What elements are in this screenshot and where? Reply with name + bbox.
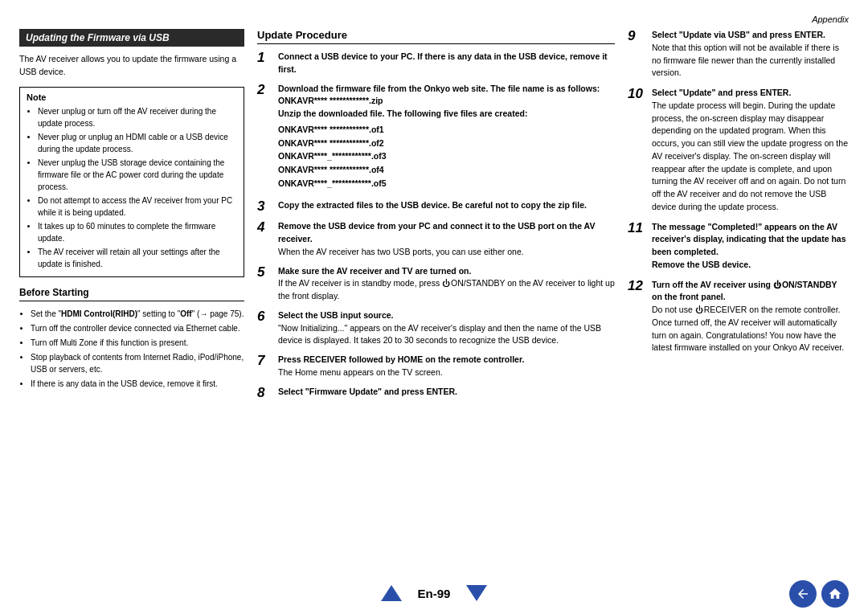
note-item: Never unplug or turn off the AV receiver…	[38, 105, 237, 129]
step-2: 2 Download the firmware file from the On…	[257, 83, 615, 193]
home-button[interactable]	[821, 580, 849, 608]
step-4-content: Remove the USB device from your PC and c…	[278, 220, 615, 258]
step-5-bold: Make sure the AV receiver and TV are tur…	[278, 266, 471, 276]
step-4-num: 4	[257, 220, 275, 235]
step-7-num: 7	[257, 354, 275, 369]
step-10-text: The update process will begin. During th…	[652, 100, 848, 211]
step-7-content: Press RECEIVER followed by HOME on the r…	[278, 354, 615, 379]
note-box: Note Never unplug or turn off the AV rec…	[19, 87, 244, 277]
step-12-bold: Turn off the AV receiver using ⏻ON/STAND…	[652, 280, 837, 302]
file-item-3: ONKAVR****_************.of3	[278, 149, 615, 163]
step-3-content: Copy the extracted files to the USB devi…	[278, 199, 615, 212]
step-10-num: 10	[628, 87, 649, 102]
update-procedure-title: Update Procedure	[257, 29, 615, 44]
step-7-text: The Home menu appears on the TV screen.	[278, 367, 443, 377]
step-9-bold: Select "Update via USB" and press ENTER.	[652, 30, 825, 39]
footer-right-icons	[789, 580, 849, 608]
step-1-num: 1	[257, 51, 275, 66]
step-2-extra-bold: Unzip the downloaded file. The following…	[278, 108, 527, 118]
step-5-content: Make sure the AV receiver and TV are tur…	[278, 265, 615, 303]
note-item: Never plug or unplug an HDMI cable or a …	[38, 131, 237, 155]
footer: En-99	[0, 572, 868, 614]
step-1-content: Connect a USB device to your PC. If ther…	[278, 51, 615, 76]
step-10: 10 Select "Update" and press ENTER. The …	[628, 87, 849, 214]
step-2-num: 2	[257, 83, 275, 98]
step-11-num: 11	[628, 221, 649, 236]
step-3-num: 3	[257, 199, 275, 215]
step-8-num: 8	[257, 386, 275, 401]
step-2-content: Download the firmware file from the Onky…	[278, 83, 615, 193]
step-1-text: Connect a USB device to your PC. If ther…	[278, 51, 608, 74]
note-item: The AV receiver will retain all your set…	[38, 246, 237, 270]
before-starting-item: Turn off the controller device connected…	[31, 322, 244, 334]
step-1: 1 Connect a USB device to your PC. If th…	[257, 51, 615, 76]
before-starting-item: Set the "HDMI Control(RIHD)" setting to …	[31, 308, 244, 320]
note-title: Note	[27, 92, 237, 102]
step-6: 6 Select the USB input source. "Now Init…	[257, 309, 615, 347]
step-4-text: When the AV receiver has two USB ports, …	[278, 247, 524, 256]
step-3-text: Copy the extracted files to the USB devi…	[278, 200, 587, 210]
before-starting-list: Set the "HDMI Control(RIHD)" setting to …	[19, 308, 244, 390]
step-11-content: The message "Completed!" appears on the …	[652, 221, 849, 272]
main-content: Updating the Firmware via USB The AV rec…	[19, 29, 849, 566]
before-starting-title: Before Starting	[19, 287, 244, 301]
file-item-1: ONKAVR**** ************.of1	[278, 123, 615, 137]
step-8-content: Select "Firmware Update" and press ENTER…	[278, 386, 615, 399]
step-7-bold: Press RECEIVER followed by HOME on the r…	[278, 354, 524, 364]
step-12: 12 Turn off the AV receiver using ⏻ON/ST…	[628, 279, 849, 355]
file-item-2: ONKAVR**** ************.of2	[278, 137, 615, 150]
step-5-text: If the AV receiver is in standby mode, p…	[278, 278, 615, 301]
note-item: It takes up to 60 minutes to complete th…	[38, 220, 237, 244]
step-5-num: 5	[257, 265, 275, 280]
back-button[interactable]	[789, 580, 817, 608]
intro-text: The AV receiver allows you to update the…	[19, 53, 244, 79]
appendix-label: Appendix	[19, 14, 849, 24]
step-8: 8 Select "Firmware Update" and press ENT…	[257, 386, 615, 401]
back-icon	[796, 587, 810, 601]
step-11: 11 The message "Completed!" appears on t…	[628, 221, 849, 272]
section-title: Updating the Firmware via USB	[19, 29, 244, 47]
left-column: Updating the Firmware via USB The AV rec…	[19, 29, 244, 566]
step-3: 3 Copy the extracted files to the USB de…	[257, 199, 615, 215]
step-9: 9 Select "Update via USB" and press ENTE…	[628, 29, 849, 80]
step-6-num: 6	[257, 309, 275, 325]
step-4: 4 Remove the USB device from your PC and…	[257, 220, 615, 258]
step-9-text: Note that this option will not be availa…	[652, 43, 839, 78]
step-11-bold: The message "Completed!" appears on the …	[652, 222, 846, 257]
step-10-content: Select "Update" and press ENTER. The upd…	[652, 87, 849, 214]
right-steps-list: 9 Select "Update via USB" and press ENTE…	[628, 29, 849, 354]
file-item-5: ONKAVR****_************.of5	[278, 177, 615, 190]
step-11-text2: Remove the USB device.	[652, 260, 751, 269]
before-starting-section: Before Starting Set the "HDMI Control(RI…	[19, 287, 244, 390]
page: Appendix Updating the Firmware via USB T…	[0, 0, 868, 614]
step-10-bold: Select "Update" and press ENTER.	[652, 88, 791, 97]
step-9-content: Select "Update via USB" and press ENTER.…	[652, 29, 849, 80]
step-5: 5 Make sure the AV receiver and TV are t…	[257, 265, 615, 303]
step-12-text: Do not use ⏻RECEIVER on the remote contr…	[652, 305, 844, 352]
prev-page-arrow[interactable]	[381, 585, 402, 601]
note-item: Never unplug the USB storage device cont…	[38, 157, 237, 193]
note-list: Never unplug or turn off the AV receiver…	[27, 105, 237, 270]
step-9-num: 9	[628, 29, 649, 44]
before-starting-item: If there is any data in the USB device, …	[31, 378, 244, 390]
step-12-num: 12	[628, 279, 649, 294]
footer-nav: En-99	[381, 585, 488, 601]
page-label: En-99	[410, 587, 459, 600]
step-12-content: Turn off the AV receiver using ⏻ON/STAND…	[652, 279, 849, 355]
before-starting-item: Turn off Multi Zone if this function is …	[31, 337, 244, 349]
steps-list: 1 Connect a USB device to your PC. If th…	[257, 51, 615, 400]
step-8-bold: Select "Firmware Update" and press ENTER…	[278, 387, 457, 396]
right-column: 9 Select "Update via USB" and press ENTE…	[628, 29, 849, 566]
before-starting-item: Stop playback of contents from Internet …	[31, 351, 244, 375]
file-item-4: ONKAVR**** ************.of4	[278, 163, 615, 177]
step-2-filename: ONKAVR**** ************.zip	[278, 96, 383, 105]
step-6-text: "Now Initializing..." appears on the AV …	[278, 323, 601, 346]
next-page-arrow[interactable]	[466, 585, 487, 601]
middle-column: Update Procedure 1 Connect a USB device …	[257, 29, 615, 566]
step-4-bold: Remove the USB device from your PC and c…	[278, 221, 595, 244]
before-starting-item-text: Set the "HDMI Control(RIHD)" setting to …	[31, 309, 244, 318]
step-2-bold: Download the firmware file from the Onky…	[278, 84, 600, 93]
step-6-content: Select the USB input source. "Now Initia…	[278, 309, 615, 347]
step-7: 7 Press RECEIVER followed by HOME on the…	[257, 354, 615, 379]
file-list: ONKAVR**** ************.of1 ONKAVR**** *…	[278, 123, 615, 190]
